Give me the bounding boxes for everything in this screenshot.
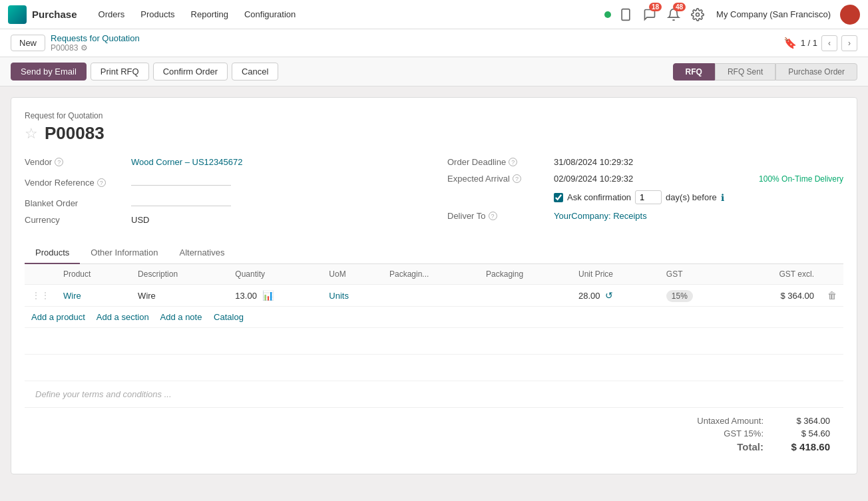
print-rfq-button[interactable]: Print RFQ [91,63,149,81]
rfq-label: Request for Quotation [25,111,843,120]
confirm-order-button[interactable]: Confirm Order [153,63,228,81]
page-info: 1 / 1 [801,38,817,48]
currency-value[interactable]: USD [131,215,149,225]
col-quantity: Quantity [228,264,322,285]
gear-icon[interactable]: ⚙ [81,43,88,53]
vendor-ref-help[interactable]: ? [97,178,106,187]
nav-configuration[interactable]: Configuration [236,0,304,29]
product-packaging[interactable] [479,285,572,307]
deliver-to-value[interactable]: YourCompany: Receipts [554,211,647,221]
deliver-to-help[interactable]: ? [489,212,497,220]
nav-orders[interactable]: Orders [91,0,133,29]
order-deadline-help[interactable]: ? [509,158,517,166]
deliver-to-label: Deliver To ? [447,211,554,221]
nav-reporting[interactable]: Reporting [183,0,236,29]
add-section-link[interactable]: Add a section [97,312,149,322]
product-unit-price[interactable]: 28.00 ↺ [572,285,660,307]
company-name: My Company (San Francisco) [716,9,831,19]
add-product-link[interactable]: Add a product [31,312,85,322]
col-uom: UoM [322,264,383,285]
vendor-ref-label: Vendor Reference ? [25,178,131,188]
prev-page-button[interactable]: ‹ [821,35,837,51]
phone-icon[interactable] [616,5,635,24]
status-rfq[interactable]: RFQ [673,63,715,81]
new-button[interactable]: New [11,35,45,51]
product-uom[interactable]: Units [322,285,383,307]
nav-products[interactable]: Products [132,0,182,29]
col-row-actions [821,264,843,285]
tab-products[interactable]: Products [25,242,80,264]
expected-arrival-value[interactable]: 02/09/2024 10:29:32 [554,174,633,184]
col-packaging: Packaging [479,264,572,285]
product-quantity[interactable]: 13.00 📊 [228,285,322,307]
main-content: Request for Quotation ☆ P00083 Vendor ? … [0,86,868,501]
col-gst: GST [660,264,733,285]
untaxed-amount-label: Untaxed Amount: [644,416,763,426]
catalog-link[interactable]: Catalog [214,312,244,322]
order-deadline-label: Order Deadline ? [447,157,554,167]
chat-icon[interactable]: 18 [640,5,659,24]
col-drag [25,264,57,285]
gst-label: GST 15%: [644,428,763,438]
product-packaging-qty[interactable] [383,285,479,307]
row-delete[interactable]: 🗑 [821,285,843,307]
reset-price-icon[interactable]: ↺ [605,290,613,301]
terms-area[interactable]: Define your terms and conditions ... [25,381,843,407]
sub-header: New Requests for Quotation P00083 ⚙ 🔖 1 … [0,29,868,57]
tab-other-info[interactable]: Other Information [80,242,168,264]
product-name[interactable]: Wire [57,285,131,307]
status-rfq-sent[interactable]: RFQ Sent [715,63,775,81]
col-packaging-qty: Packagin... [383,264,479,285]
vendor-label: Vendor ? [25,157,131,167]
info-icon[interactable]: ℹ [721,192,724,203]
col-description: Description [131,264,228,285]
vendor-value[interactable]: Wood Corner – US12345672 [131,157,242,167]
svg-rect-0 [622,9,630,20]
brand-name: Purchase [32,9,77,20]
form-card: Request for Quotation ☆ P00083 Vendor ? … [11,97,857,474]
breadcrumb-link[interactable]: Requests for Quotation [51,33,140,43]
ask-confirmation-days[interactable] [635,190,662,204]
product-gst-excl: $ 364.00 [733,285,821,307]
add-row-actions: Add a product Add a section Add a note C… [25,307,843,327]
blanket-order-value[interactable] [131,194,231,206]
tabs: Products Other Information Alternatives [25,242,843,264]
bookmark-icon[interactable]: 🔖 [783,37,797,49]
col-product: Product [57,264,131,285]
terms-placeholder: Define your terms and conditions ... [35,389,172,399]
rfq-number: P00083 [45,123,105,144]
gst-badge: 15% [666,290,693,302]
top-nav: Purchase Orders Products Reporting Confi… [0,0,868,29]
tab-alternatives[interactable]: Alternatives [168,242,235,264]
action-bar: Send by Email Print RFQ Confirm Order Ca… [0,57,868,86]
status-purchase-order[interactable]: Purchase Order [775,63,857,81]
vendor-help[interactable]: ? [55,158,63,166]
next-page-button[interactable]: › [841,35,857,51]
days-before-label: day(s) before [666,192,717,202]
cancel-button[interactable]: Cancel [232,63,278,81]
add-note-link[interactable]: Add a note [160,312,202,322]
ask-confirmation-label: Ask confirmation [567,192,631,202]
notification-icon[interactable]: 48 [664,5,683,24]
forecast-chart-icon[interactable]: 📊 [262,290,274,301]
order-deadline-value[interactable]: 31/08/2024 10:29:32 [554,157,633,167]
col-gst-excl: GST excl. [733,264,821,285]
total-value: $ 418.60 [777,441,830,452]
on-time-delivery[interactable]: 100% On-Time Delivery [759,174,843,184]
ask-confirmation-checkbox[interactable] [554,193,563,202]
vendor-ref-value[interactable] [131,174,231,186]
table-row: ⋮⋮ Wire Wire 13.00 📊 Units 28.00 ↺ [25,285,843,307]
send-by-email-button[interactable]: Send by Email [11,63,87,81]
settings-icon[interactable] [688,5,707,24]
notification-badge: 48 [673,3,686,11]
expected-arrival-label: Expected Arrival ? [447,174,554,184]
user-avatar[interactable] [840,5,860,25]
product-gst[interactable]: 15% [660,285,733,307]
total-label: Total: [644,441,763,452]
product-description[interactable]: Wire [131,285,228,307]
drag-handle[interactable]: ⋮⋮ [25,285,57,307]
star-favorite[interactable]: ☆ [25,125,38,142]
blanket-order-label: Blanket Order [25,198,131,208]
expected-arrival-help[interactable]: ? [513,174,521,183]
col-unit-price: Unit Price [572,264,660,285]
